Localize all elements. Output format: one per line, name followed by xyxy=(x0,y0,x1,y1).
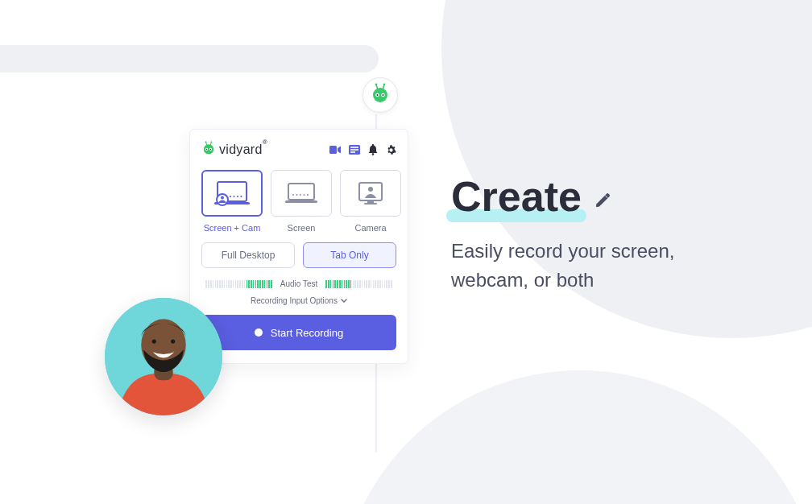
webcam-preview-bubble xyxy=(105,298,222,415)
camera-icon[interactable] xyxy=(329,145,341,155)
svg-rect-32 xyxy=(288,184,314,200)
audio-bars-left xyxy=(205,280,271,288)
marketing-section: Create Easily record your screen, webcam… xyxy=(451,176,677,295)
svg-point-12 xyxy=(206,149,207,150)
svg-point-29 xyxy=(233,196,234,197)
start-recording-label: Start Recording xyxy=(271,327,343,339)
svg-point-40 xyxy=(368,187,373,192)
svg-point-0 xyxy=(373,88,387,102)
gear-icon[interactable] xyxy=(386,145,396,155)
svg-point-7 xyxy=(375,84,378,86)
recording-input-options[interactable]: Recording Input Options xyxy=(201,296,396,305)
svg-point-16 xyxy=(205,141,207,143)
svg-point-30 xyxy=(237,196,238,197)
mode-label: Camera xyxy=(354,223,386,233)
svg-point-27 xyxy=(221,196,224,200)
svg-point-31 xyxy=(240,196,242,197)
vidyard-mascot-icon xyxy=(201,141,216,159)
svg-point-38 xyxy=(307,194,309,196)
svg-point-34 xyxy=(292,194,294,196)
svg-point-3 xyxy=(377,94,379,96)
brand-name: vidyard® xyxy=(219,143,267,157)
svg-point-9 xyxy=(204,144,213,154)
start-recording-button[interactable]: Start Recording xyxy=(201,315,396,350)
mode-camera[interactable]: Camera xyxy=(340,170,401,233)
mode-screen-cam-icon xyxy=(201,170,263,217)
svg-point-47 xyxy=(171,339,175,343)
scope-label: Tab Only xyxy=(330,250,368,261)
record-indicator-icon xyxy=(255,328,263,337)
svg-point-23 xyxy=(372,153,375,155)
svg-point-28 xyxy=(230,196,231,197)
audio-bars-right xyxy=(325,280,392,288)
pencil-icon xyxy=(594,192,612,213)
svg-point-26 xyxy=(217,194,228,205)
scope-label: Full Desktop xyxy=(222,250,276,261)
mode-label: Screen + Cam xyxy=(204,223,261,233)
svg-point-46 xyxy=(152,339,156,343)
background-shape xyxy=(338,370,812,504)
browser-bar xyxy=(0,45,379,72)
mode-camera-icon xyxy=(340,170,401,217)
svg-rect-41 xyxy=(367,201,374,203)
svg-rect-21 xyxy=(350,149,358,151)
recording-options-label: Recording Input Options xyxy=(251,296,338,305)
svg-point-13 xyxy=(210,149,211,150)
mode-screen-icon xyxy=(271,170,332,217)
svg-point-8 xyxy=(383,84,386,86)
panel-header: vidyard® xyxy=(201,141,396,159)
svg-rect-18 xyxy=(329,146,337,154)
extension-launcher[interactable] xyxy=(362,77,398,113)
scope-tab-only[interactable]: Tab Only xyxy=(303,242,396,268)
marketing-subhead: Easily record your screen, webcam, or bo… xyxy=(451,237,677,295)
marketing-headline: Create xyxy=(451,176,582,217)
svg-point-35 xyxy=(296,194,298,196)
svg-rect-22 xyxy=(350,151,355,153)
mode-label: Screen xyxy=(288,223,316,233)
chevron-down-icon xyxy=(341,296,347,305)
svg-point-36 xyxy=(300,194,301,196)
svg-point-17 xyxy=(211,141,213,143)
scope-row: Full Desktop Tab Only xyxy=(201,242,396,268)
brand-logo: vidyard® xyxy=(201,141,267,159)
mode-screen-cam[interactable]: Screen + Cam xyxy=(201,170,263,233)
svg-point-37 xyxy=(304,194,305,196)
audio-test-label: Audio Test xyxy=(280,279,318,288)
scope-full-desktop[interactable]: Full Desktop xyxy=(201,242,295,268)
vidyard-mascot-icon xyxy=(370,83,391,107)
mode-screen[interactable]: Screen xyxy=(271,170,332,233)
svg-rect-20 xyxy=(350,147,358,148)
svg-point-4 xyxy=(383,94,384,96)
library-icon[interactable] xyxy=(349,145,360,155)
bell-icon[interactable] xyxy=(368,144,378,155)
svg-rect-42 xyxy=(364,203,377,204)
recorder-panel: vidyard® xyxy=(189,129,408,364)
audio-test-meter: Audio Test xyxy=(201,279,396,288)
mode-row: Screen + Cam Screen xyxy=(201,170,396,233)
svg-rect-33 xyxy=(285,200,317,203)
